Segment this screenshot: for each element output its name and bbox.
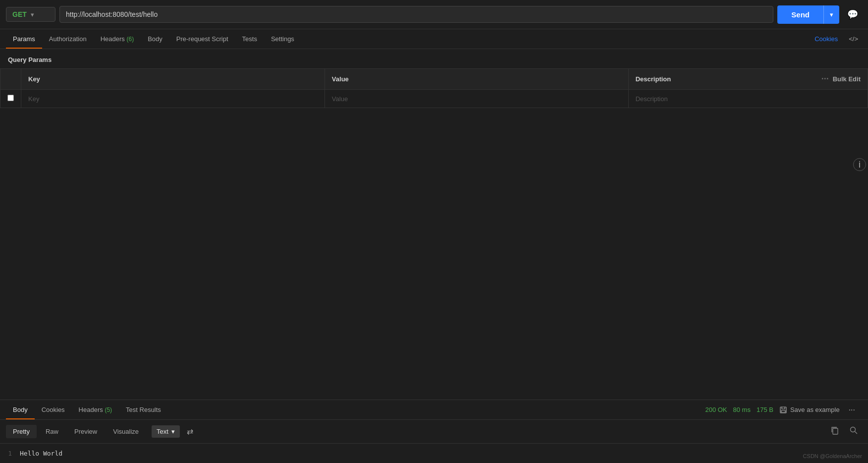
response-tab-body[interactable]: Body [6,400,35,419]
response-meta: 200 OK 80 ms 175 B Save as example ··· [705,405,862,414]
svg-rect-1 [781,410,785,412]
svg-line-4 [855,432,858,434]
desc-cell[interactable]: Description [628,90,868,108]
headers-badge: (6) [126,36,134,43]
format-tab-preview[interactable]: Preview [67,425,104,438]
row-checkbox[interactable] [7,95,14,101]
table-row: Key Value Description [0,90,868,108]
tab-body[interactable]: Body [141,29,169,49]
key-cell[interactable]: Key [21,90,325,108]
bulk-edit-area: ··· Bulk Edit [821,74,861,84]
format-tab-pretty[interactable]: Pretty [6,425,37,438]
format-tab-visualize[interactable]: Visualize [106,425,146,438]
save-icon [779,406,787,414]
word-wrap-icon[interactable]: ⇄ [185,425,195,438]
tab-headers[interactable]: Headers (6) [94,29,141,49]
tab-params[interactable]: Params [6,29,42,49]
method-selector[interactable]: GET ▾ [6,7,55,22]
params-table: Key Value Description ··· Bulk Edit [0,68,868,108]
svg-rect-2 [833,428,838,434]
search-icon[interactable] [845,424,862,439]
cookies-link[interactable]: Cookies [808,29,845,49]
response-headers-badge: (5) [105,406,112,413]
response-time: 80 ms [733,406,751,413]
response-size: 175 B [757,406,773,413]
tab-prerequest[interactable]: Pre-request Script [169,29,235,49]
send-btn-group: Send ▾ [777,5,839,24]
request-tabs-bar: Params Authorization Headers (6) Body Pr… [0,29,868,49]
send-dropdown-arrow-icon: ▾ [830,11,833,18]
line-number-1: 1 [0,450,20,457]
response-section: Body Cookies Headers (5) Test Results 20… [0,400,868,463]
response-status: 200 OK [705,406,727,413]
section-title: Query Params [0,49,868,68]
format-tab-raw[interactable]: Raw [39,425,65,438]
value-cell[interactable]: Value [325,90,628,108]
checkbox-header-cell [0,69,21,90]
response-tab-cookies[interactable]: Cookies [35,400,72,419]
save-example-button[interactable]: Save as example [779,406,840,414]
svg-point-3 [851,427,856,432]
tab-tests[interactable]: Tests [235,29,264,49]
response-tab-headers[interactable]: Headers (5) [72,400,119,419]
format-dropdown-arrow-icon: ▾ [171,428,175,435]
format-type-dropdown[interactable]: Text ▾ [152,425,180,438]
query-params-section: Query Params Key Value Description ··· B… [0,49,868,108]
format-tabs-bar: Pretty Raw Preview Visualize Text ▾ ⇄ [0,420,868,444]
code-link[interactable]: </> [845,29,862,49]
bulk-edit-dots-icon[interactable]: ··· [821,74,829,84]
code-line-1: 1 Hello World [0,449,868,458]
code-content-1: Hello World [20,450,62,457]
row-checkbox-cell[interactable] [0,90,21,108]
tab-authorization[interactable]: Authorization [42,29,94,49]
key-header: Key [21,69,325,90]
url-input-wrapper[interactable] [59,6,773,23]
watermark: CSDN @GoldenaArcher [803,453,862,459]
bulk-edit-button[interactable]: Bulk Edit [833,75,861,83]
send-button[interactable]: Send [777,5,823,24]
response-tabs-bar: Body Cookies Headers (5) Test Results 20… [0,400,868,420]
method-dropdown-icon: ▾ [31,11,34,18]
response-body: 1 Hello World [0,444,868,463]
comment-icon[interactable]: 💬 [843,5,862,24]
value-header: Value [325,69,628,90]
copy-icon[interactable] [826,424,843,439]
send-dropdown-button[interactable]: ▾ [823,5,839,24]
response-tab-test-results[interactable]: Test Results [119,400,168,419]
url-input[interactable] [66,10,767,18]
desc-header: Description ··· Bulk Edit [628,69,868,90]
info-icon[interactable]: i [853,158,866,171]
tab-settings[interactable]: Settings [264,29,301,49]
url-bar: GET ▾ Send ▾ 💬 [0,0,868,29]
method-label: GET [12,10,27,18]
response-more-button[interactable]: ··· [846,405,858,414]
